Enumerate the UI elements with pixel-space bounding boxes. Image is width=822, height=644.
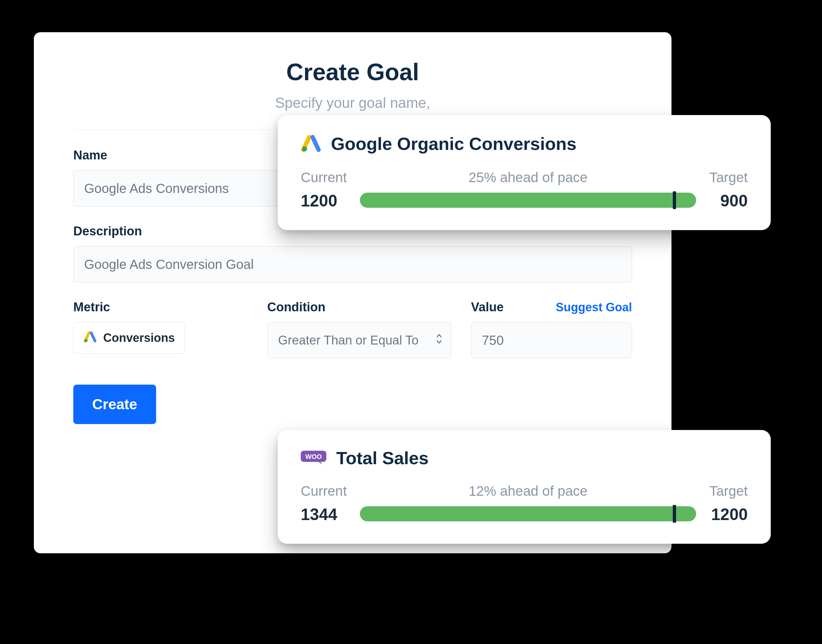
metric-label: Metric: [73, 300, 248, 314]
pace-label: 25% ahead of pace: [469, 170, 588, 186]
target-stat: Target 900: [709, 170, 748, 210]
svg-point-0: [84, 339, 88, 342]
goal-title: Total Sales: [336, 448, 429, 468]
condition-label: Condition: [267, 300, 451, 314]
value-block: Value Suggest Goal: [471, 300, 632, 358]
metric-chip[interactable]: Conversions: [73, 322, 185, 354]
pace-label: 12% ahead of pace: [469, 483, 588, 499]
condition-select[interactable]: Greater Than or Equal To: [267, 322, 451, 358]
svg-text:WOO: WOO: [305, 453, 322, 460]
chevron-updown-icon: [435, 333, 443, 348]
description-input[interactable]: [73, 246, 632, 282]
target-stat: Target 1200: [709, 483, 748, 524]
current-stat: Current 1200: [301, 170, 347, 210]
condition-value: Greater Than or Equal To: [278, 333, 418, 348]
woocommerce-icon: WOO: [301, 449, 326, 466]
condition-block: Condition Greater Than or Equal To: [267, 300, 451, 358]
target-value: 900: [709, 191, 748, 210]
progress-bar: [360, 506, 696, 521]
current-label: Current: [301, 170, 347, 186]
target-value: 1200: [709, 505, 748, 524]
google-ads-icon: [84, 330, 96, 346]
value-input[interactable]: [471, 322, 632, 358]
goal-card-total-sales: WOO Total Sales Current 1344 12% ahead o…: [278, 430, 771, 544]
progress-marker: [673, 505, 676, 523]
current-label: Current: [301, 483, 347, 499]
metric-value: Conversions: [103, 331, 175, 345]
page-subtitle: Specify your goal name,: [73, 95, 632, 111]
value-label: Value: [471, 300, 504, 314]
goal-title: Google Organic Conversions: [331, 133, 577, 154]
goal-card-organic-conversions: Google Organic Conversions Current 1200 …: [278, 115, 771, 230]
progress-bar: [360, 193, 696, 208]
page-title: Create Goal: [73, 58, 632, 86]
description-block: Description: [73, 224, 632, 282]
target-label: Target: [709, 483, 748, 499]
current-value: 1200: [301, 191, 347, 210]
current-stat: Current 1344: [301, 483, 347, 524]
create-button[interactable]: Create: [73, 385, 156, 424]
progress-marker: [673, 191, 676, 209]
suggest-goal-link[interactable]: Suggest Goal: [556, 301, 632, 314]
metric-block: Metric Conversions: [73, 300, 248, 358]
svg-point-1: [302, 146, 307, 152]
current-value: 1344: [301, 505, 347, 524]
target-label: Target: [709, 170, 748, 186]
google-ads-icon: [301, 133, 321, 155]
